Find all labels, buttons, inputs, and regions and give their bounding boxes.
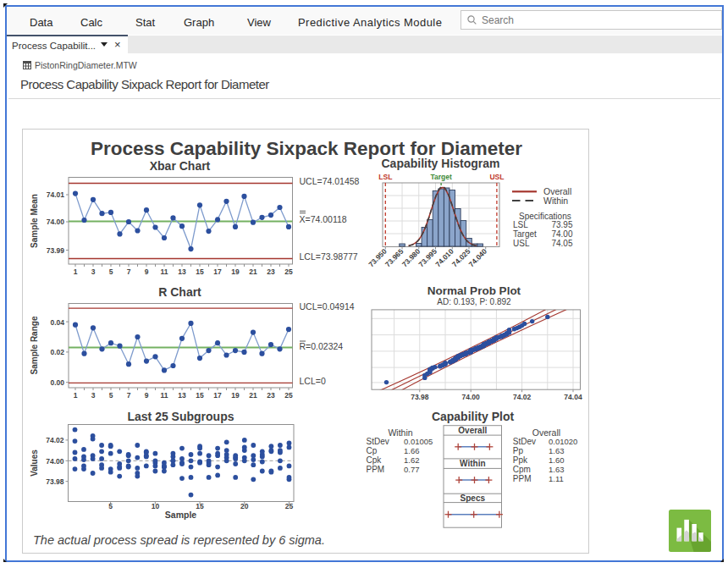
svg-text:Cpk: Cpk — [367, 455, 383, 465]
svg-text:Last 25 Subgroups: Last 25 Subgroups — [127, 410, 234, 423]
svg-text:Xbar Chart: Xbar Chart — [150, 159, 211, 173]
svg-text:73.95: 73.95 — [551, 220, 572, 229]
svg-text:9: 9 — [145, 391, 149, 400]
svg-text:11: 11 — [161, 391, 168, 400]
svg-text:0.04: 0.04 — [50, 318, 64, 327]
svg-text:74.00: 74.00 — [46, 457, 64, 466]
svg-text:0.77: 0.77 — [404, 465, 420, 474]
svg-text:5: 5 — [108, 502, 113, 510]
svg-text:USL: USL — [489, 173, 504, 181]
svg-text:7: 7 — [127, 267, 131, 276]
svg-text:Cp: Cp — [367, 446, 378, 455]
svg-text:UCL=74.01458: UCL=74.01458 — [300, 176, 360, 186]
svg-text:1: 1 — [74, 391, 78, 400]
svg-text:Pp: Pp — [513, 446, 524, 455]
svg-text:74.00: 74.00 — [551, 229, 572, 239]
svg-text:25: 25 — [285, 502, 294, 510]
svg-text:73.98: 73.98 — [46, 477, 64, 486]
svg-text:3: 3 — [91, 391, 96, 400]
svg-text:7: 7 — [127, 391, 131, 400]
svg-text:15: 15 — [196, 267, 204, 276]
svg-text:25: 25 — [284, 391, 293, 400]
svg-text:15: 15 — [196, 502, 204, 510]
svg-text:1.66: 1.66 — [404, 446, 420, 455]
svg-text:LCL=73.98777: LCL=73.98777 — [300, 251, 358, 262]
svg-text:1.62: 1.62 — [404, 455, 420, 465]
svg-text:13: 13 — [178, 391, 186, 400]
svg-text:74.02: 74.02 — [46, 436, 64, 444]
svg-text:Within: Within — [388, 427, 412, 438]
svg-text:AD: 0.193, P: 0.892: AD: 0.193, P: 0.892 — [437, 297, 511, 306]
svg-text:74.040: 74.040 — [467, 247, 489, 269]
svg-text:Capability Plot: Capability Plot — [432, 410, 515, 423]
svg-text:Normal Prob Plot: Normal Prob Plot — [427, 284, 521, 297]
svg-text:UCL=0.04914: UCL=0.04914 — [300, 301, 355, 312]
svg-text:23: 23 — [267, 267, 275, 276]
svg-text:21: 21 — [249, 391, 257, 400]
svg-text:R Chart: R Chart — [158, 285, 201, 299]
svg-text:PPM: PPM — [367, 465, 385, 474]
svg-text:Sample: Sample — [165, 510, 197, 520]
svg-text:1.60: 1.60 — [549, 455, 565, 465]
svg-text:23: 23 — [267, 391, 275, 400]
svg-text:1: 1 — [74, 267, 78, 276]
svg-text:15: 15 — [196, 391, 204, 400]
svg-text:X=74.00118: X=74.00118 — [300, 214, 347, 224]
svg-text:73.99: 73.99 — [47, 246, 65, 255]
svg-text:LSL: LSL — [513, 220, 528, 229]
svg-text:74.01: 74.01 — [47, 190, 65, 199]
svg-text:Target: Target — [430, 173, 452, 181]
svg-text:11: 11 — [161, 267, 168, 276]
svg-text:5: 5 — [109, 391, 113, 400]
svg-text:Cpm: Cpm — [513, 465, 531, 474]
svg-text:LCL=0: LCL=0 — [300, 376, 326, 386]
svg-text:Overall: Overall — [458, 426, 487, 435]
svg-text:LSL: LSL — [378, 173, 392, 181]
svg-text:StDev: StDev — [513, 437, 536, 446]
svg-text:10: 10 — [152, 502, 160, 510]
svg-text:13: 13 — [178, 267, 186, 276]
svg-text:74.02: 74.02 — [513, 393, 532, 401]
svg-text:25: 25 — [284, 267, 293, 276]
svg-text:StDev: StDev — [367, 437, 389, 446]
svg-text:74.04: 74.04 — [564, 393, 582, 401]
svg-text:Within: Within — [460, 459, 485, 468]
svg-text:0.01020: 0.01020 — [549, 437, 577, 446]
svg-text:Ppk: Ppk — [513, 455, 528, 465]
svg-text:Sample Mean: Sample Mean — [30, 194, 39, 248]
svg-text:19: 19 — [231, 267, 240, 276]
svg-text:Sample Range: Sample Range — [30, 316, 39, 374]
svg-text:USL: USL — [513, 239, 530, 248]
svg-text:1.11: 1.11 — [549, 474, 564, 483]
svg-text:5: 5 — [109, 267, 113, 276]
svg-text:74.00: 74.00 — [462, 393, 481, 401]
svg-text:Specifications: Specifications — [519, 212, 571, 221]
svg-text:1.63: 1.63 — [549, 446, 565, 455]
svg-text:17: 17 — [213, 391, 222, 400]
svg-text:Capability Histogram: Capability Histogram — [381, 157, 499, 170]
svg-text:0.02: 0.02 — [50, 348, 64, 356]
svg-text:20: 20 — [240, 502, 249, 510]
svg-text:3: 3 — [91, 267, 96, 276]
svg-text:9: 9 — [145, 267, 149, 276]
svg-text:Target: Target — [513, 229, 537, 239]
svg-text:Within: Within — [543, 196, 568, 206]
svg-text:74.00: 74.00 — [47, 218, 65, 226]
svg-text:73.98: 73.98 — [411, 393, 429, 401]
svg-text:74.05: 74.05 — [551, 239, 572, 248]
svg-text:R=0.02324: R=0.02324 — [300, 341, 344, 351]
svg-text:21: 21 — [249, 267, 257, 276]
svg-text:1.63: 1.63 — [549, 465, 565, 474]
svg-text:Values: Values — [30, 449, 39, 477]
svg-text:Specs: Specs — [461, 494, 486, 503]
svg-text:0.00: 0.00 — [50, 378, 64, 387]
svg-text:PPM: PPM — [513, 474, 532, 483]
svg-text:Overall: Overall — [532, 427, 560, 438]
svg-text:19: 19 — [231, 391, 240, 400]
svg-text:17: 17 — [213, 267, 222, 276]
svg-text:0.01005: 0.01005 — [404, 437, 433, 446]
